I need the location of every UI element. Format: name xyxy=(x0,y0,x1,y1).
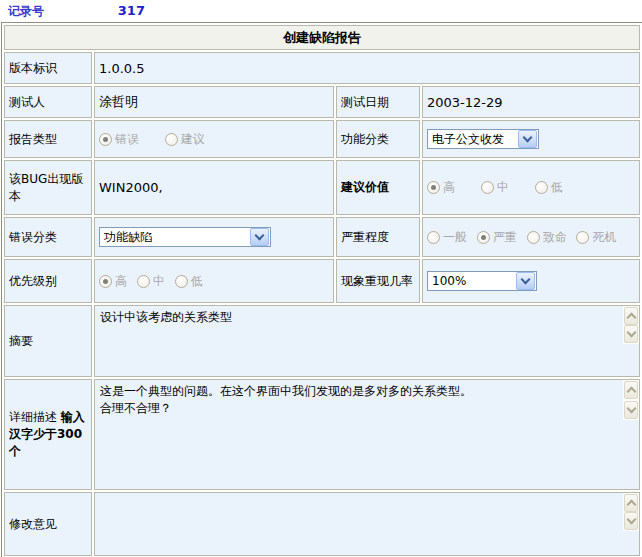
record-row: 记录号 317 xyxy=(0,0,642,22)
radio-severity-fatal[interactable]: 致命 xyxy=(527,229,567,246)
scrollbar[interactable] xyxy=(623,493,639,531)
severity-label: 严重程度 xyxy=(336,217,420,257)
chevron-down-icon xyxy=(250,228,269,246)
radio-icon xyxy=(137,275,150,288)
function-category-select[interactable]: 电子公文收发 xyxy=(427,129,539,149)
radio-icon xyxy=(576,231,589,244)
summary-textarea[interactable]: 设计中该考虑的关系类型 xyxy=(95,306,639,344)
radio-priority-high[interactable]: 高 xyxy=(99,273,127,290)
radio-icon xyxy=(427,231,440,244)
radio-severity-crash[interactable]: 死机 xyxy=(576,229,616,246)
radio-severity-serious[interactable]: 严重 xyxy=(477,229,517,246)
radio-report-type-error[interactable]: 错误 xyxy=(99,131,139,148)
radio-suggest-low[interactable]: 低 xyxy=(535,179,563,196)
radio-icon xyxy=(481,181,494,194)
bug-version-label: 该BUG出现版本 xyxy=(4,160,92,215)
version-label: 版本标识 xyxy=(4,52,92,84)
summary-label: 摘要 xyxy=(4,305,92,377)
record-number-label: 记录号 xyxy=(8,4,44,18)
comment-textarea[interactable] xyxy=(95,493,639,531)
radio-icon xyxy=(175,275,188,288)
scrollbar[interactable] xyxy=(623,306,639,344)
detail-text: 这是一个典型的问题。在这个界面中我们发现的是多对多的关系类型。 合理不合理？ xyxy=(95,380,623,420)
summary-text: 设计中该考虑的关系类型 xyxy=(95,306,623,344)
radio-checked-icon xyxy=(427,181,440,194)
radio-priority-mid[interactable]: 中 xyxy=(137,273,165,290)
priority-label: 优先级别 xyxy=(4,259,92,303)
detail-label: 详细描述 输入汉字少于300个 xyxy=(4,379,92,490)
report-type-group: 错误 建议 xyxy=(94,120,334,158)
scroll-down-icon[interactable] xyxy=(624,401,638,419)
radio-icon xyxy=(535,181,548,194)
reproduce-rate-label: 现象重现几率 xyxy=(336,259,420,303)
reproduce-rate-select[interactable]: 100% xyxy=(427,271,537,291)
bug-version-value: WIN2000, xyxy=(94,160,334,215)
tester-label: 测试人 xyxy=(4,86,92,118)
radio-checked-icon xyxy=(99,275,112,288)
comment-label: 修改意见 xyxy=(4,492,92,556)
radio-checked-icon xyxy=(477,231,490,244)
radio-suggest-high[interactable]: 高 xyxy=(427,179,455,196)
chevron-down-icon xyxy=(518,130,537,148)
scroll-up-icon[interactable] xyxy=(624,307,638,325)
function-category-label: 功能分类 xyxy=(336,120,420,158)
suggest-value-group: 高 中 低 xyxy=(422,160,640,215)
radio-suggest-mid[interactable]: 中 xyxy=(481,179,509,196)
error-category-label: 错误分类 xyxy=(4,217,92,257)
comment-text xyxy=(95,493,623,531)
version-value: 1.0.0.5 xyxy=(94,52,640,84)
suggest-value-label: 建议价值 xyxy=(336,160,420,215)
scrollbar[interactable] xyxy=(623,380,639,420)
report-type-label: 报告类型 xyxy=(4,120,92,158)
radio-icon xyxy=(165,133,178,146)
priority-group: 高 中 低 xyxy=(94,259,334,303)
chevron-down-icon xyxy=(516,272,535,290)
error-category-select[interactable]: 功能缺陷 xyxy=(99,227,271,247)
radio-priority-low[interactable]: 低 xyxy=(175,273,203,290)
record-number-value: 317 xyxy=(118,3,145,18)
form-title: 创建缺陷报告 xyxy=(4,25,640,50)
radio-checked-icon xyxy=(99,133,112,146)
scroll-down-icon[interactable] xyxy=(624,325,638,343)
detail-textarea[interactable]: 这是一个典型的问题。在这个界面中我们发现的是多对多的关系类型。 合理不合理？ xyxy=(95,380,639,420)
reproduce-rate-selected: 100% xyxy=(432,274,466,288)
radio-icon xyxy=(527,231,540,244)
scroll-up-icon[interactable] xyxy=(624,381,638,399)
error-category-selected: 功能缺陷 xyxy=(104,229,152,246)
function-category-selected: 电子公文收发 xyxy=(432,131,504,148)
defect-report-form: 创建缺陷报告 版本标识 1.0.0.5 测试人 涂哲明 测试日期 2003-12… xyxy=(1,22,642,557)
scroll-down-icon[interactable] xyxy=(624,512,638,530)
radio-severity-normal[interactable]: 一般 xyxy=(427,229,467,246)
severity-group: 一般 严重 致命 死机 xyxy=(422,217,640,257)
test-date-label: 测试日期 xyxy=(336,86,420,118)
scroll-up-icon[interactable] xyxy=(624,494,638,512)
test-date-value: 2003-12-29 xyxy=(422,86,640,118)
tester-value: 涂哲明 xyxy=(94,86,334,118)
detail-label-text: 详细描述 xyxy=(9,410,57,424)
radio-report-type-suggest[interactable]: 建议 xyxy=(165,131,205,148)
